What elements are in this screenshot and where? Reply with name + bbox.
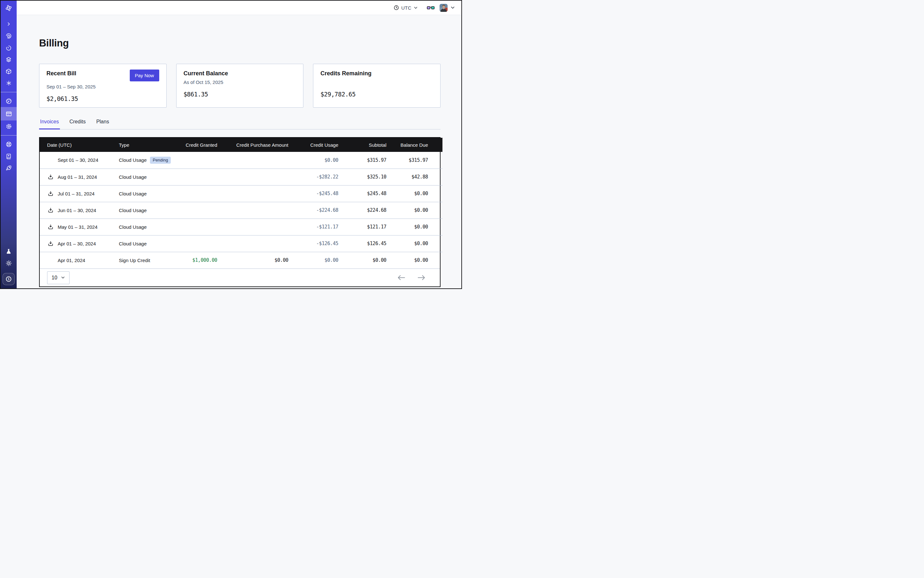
invoice-row: May 01 – 31, 2024Cloud Usage-$121.17$121… xyxy=(40,219,442,235)
settings-gear-icon[interactable] xyxy=(1,120,17,132)
arrow-right-icon xyxy=(417,275,425,280)
invoice-type-cell: Cloud Usage xyxy=(119,202,170,219)
credits-dollar-badge-button[interactable]: $ xyxy=(3,273,15,285)
quickstart-rocket-icon[interactable] xyxy=(1,162,17,174)
subtotal-cell: $224.68 xyxy=(338,202,386,219)
current-balance-amount: $861.35 xyxy=(184,91,296,98)
insights-eye-icon[interactable] xyxy=(1,30,17,42)
credit-granted-cell: $1,000.00 xyxy=(170,252,217,268)
invoice-date: Apr 01 – 30, 2024 xyxy=(58,241,96,247)
recent-bill-amount: $2,061.35 xyxy=(47,95,159,102)
download-icon xyxy=(48,224,54,230)
credit-granted-cell xyxy=(170,235,217,252)
main-content: Billing Recent Bill Pay Now Sep 01 – Sep… xyxy=(17,15,461,288)
invoice-date-cell: Apr 01 – 30, 2024 xyxy=(40,235,119,252)
asterisk-icon[interactable] xyxy=(1,77,17,89)
invoice-row: Jun 01 – 30, 2024Cloud Usage-$224.68$224… xyxy=(40,202,442,219)
column-header-subtotal: Subtotal xyxy=(338,138,386,152)
credit-granted-cell xyxy=(170,219,217,235)
invoice-type-cell: Cloud UsagePending xyxy=(119,152,170,169)
expand-sidebar-chevron-icon[interactable] xyxy=(1,18,17,30)
invoice-row: Jul 01 – 31, 2024Cloud Usage-$245.48$245… xyxy=(40,185,442,202)
credit-usage-cell: -$121.17 xyxy=(288,219,338,235)
download-invoice-button[interactable] xyxy=(48,191,54,196)
next-page-button[interactable] xyxy=(417,275,425,280)
labs-flask-icon[interactable] xyxy=(1,245,17,257)
account-menu-chevron-icon[interactable] xyxy=(450,5,455,10)
tab-plans[interactable]: Plans xyxy=(95,114,110,130)
recent-bill-period: Sep 01 – Sep 30, 2025 xyxy=(47,84,159,90)
subtotal-cell: $126.45 xyxy=(338,235,386,252)
download-invoice-button[interactable] xyxy=(48,207,54,213)
sidebar-divider xyxy=(1,135,17,136)
tab-invoices[interactable]: Invoices xyxy=(39,114,60,130)
invoice-date: May 01 – 31, 2024 xyxy=(58,224,97,230)
app-logo-icon[interactable] xyxy=(1,1,17,15)
credit-usage-cell: $0.00 xyxy=(288,152,338,169)
recent-bill-title: Recent Bill xyxy=(47,70,76,77)
chevron-down-icon xyxy=(61,276,65,280)
subtotal-cell: $245.48 xyxy=(338,185,386,202)
invoice-row: Sept 01 – 30, 2024Cloud UsagePending$0.0… xyxy=(40,152,442,169)
page-title: Billing xyxy=(39,37,440,49)
balance-due-cell: $0.00 xyxy=(386,252,442,268)
billing-tabs: Invoices Credits Plans xyxy=(39,114,440,130)
layers-icon[interactable] xyxy=(1,54,17,65)
credit-purchase-cell xyxy=(217,152,288,169)
invoices-table: Date (UTC) Type Credit Granted Credit Pu… xyxy=(39,137,440,287)
sidebar-item-billing[interactable] xyxy=(1,107,17,120)
invoice-type: Sign Up Credit xyxy=(119,258,150,263)
invoice-date-cell: Aug 01 – 31, 2024 xyxy=(40,169,119,185)
download-icon xyxy=(48,207,54,213)
credits-remaining-title: Credits Remaining xyxy=(320,70,371,77)
cube-icon[interactable] xyxy=(1,65,17,77)
subtotal-cell: $0.00 xyxy=(338,252,386,268)
page-size-value: 10 xyxy=(52,275,57,281)
timezone-label: UTC xyxy=(401,5,411,11)
download-invoice-button[interactable] xyxy=(48,240,54,247)
invoice-date-cell: Apr 01, 2024 xyxy=(40,252,119,268)
current-balance-card: Current Balance As of Oct 15, 2025 $861.… xyxy=(176,64,304,108)
invoice-type-cell: Cloud Usage xyxy=(119,219,170,235)
usage-gauge-icon[interactable] xyxy=(1,95,17,107)
invoice-date: Apr 01, 2024 xyxy=(58,258,85,263)
tab-credits[interactable]: Credits xyxy=(68,114,87,130)
invoice-type-cell: Cloud Usage xyxy=(119,235,170,252)
credits-remaining-subtitle xyxy=(320,80,433,85)
credit-usage-cell: $0.00 xyxy=(288,252,338,268)
credit-purchase-cell xyxy=(217,202,288,219)
reader-glasses-icon[interactable] xyxy=(427,5,435,11)
timezone-selector[interactable]: UTC xyxy=(393,5,418,11)
invoice-date-cell: Jun 01 – 30, 2024 xyxy=(40,202,119,219)
download-invoice-button[interactable] xyxy=(48,174,54,180)
support-lifebuoy-icon[interactable] xyxy=(1,138,17,150)
pay-now-button[interactable]: Pay Now xyxy=(130,70,159,81)
clock-icon xyxy=(393,5,399,11)
docs-book-icon[interactable] xyxy=(1,150,17,162)
credit-granted-cell xyxy=(170,202,217,219)
column-header-balance-due: Balance Due xyxy=(386,138,442,152)
column-header-credit-purchase: Credit Purchase Amount xyxy=(217,138,288,152)
invoice-type: Cloud Usage xyxy=(119,241,147,247)
theme-sun-icon[interactable] xyxy=(1,257,17,269)
user-avatar[interactable] xyxy=(440,4,448,12)
column-header-date: Date (UTC) xyxy=(40,138,119,152)
previous-page-button[interactable] xyxy=(398,275,405,280)
svg-text:$: $ xyxy=(8,277,10,281)
pending-status-badge: Pending xyxy=(150,157,171,164)
timer-history-icon[interactable] xyxy=(1,42,17,54)
page-size-select[interactable]: 10 xyxy=(47,271,70,284)
invoice-row: Aug 01 – 31, 2024Cloud Usage-$282.22$325… xyxy=(40,169,442,185)
subtotal-cell: $315.97 xyxy=(338,152,386,169)
credit-granted-cell xyxy=(170,185,217,202)
chevron-down-icon xyxy=(414,6,418,10)
credit-purchase-cell xyxy=(217,235,288,252)
balance-due-cell: $0.00 xyxy=(386,202,442,219)
credit-usage-cell: -$126.45 xyxy=(288,235,338,252)
download-invoice-button[interactable] xyxy=(48,224,54,230)
invoice-type: Cloud Usage xyxy=(119,157,147,163)
credit-granted-cell xyxy=(170,152,217,169)
invoice-type: Cloud Usage xyxy=(119,191,147,196)
subtotal-cell: $325.10 xyxy=(338,169,386,185)
invoice-row: Apr 01, 2024Sign Up Credit$1,000.00$0.00… xyxy=(40,252,442,268)
